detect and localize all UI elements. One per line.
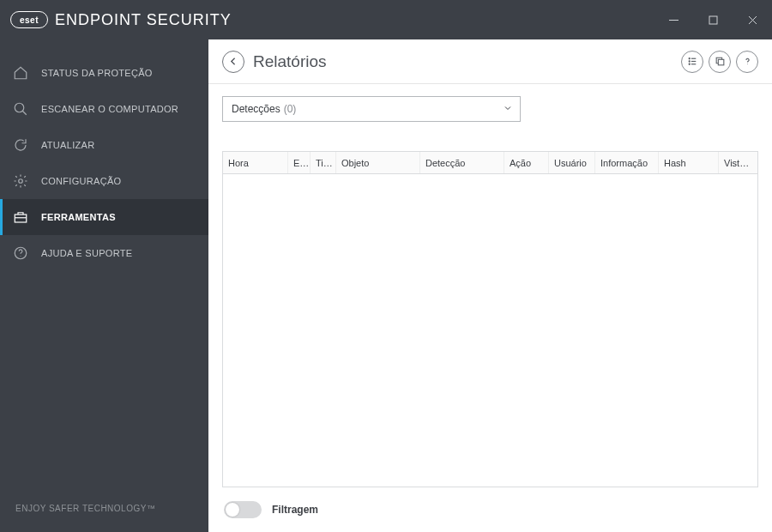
column-header[interactable]: Hora (223, 152, 288, 173)
help-button[interactable] (736, 51, 758, 73)
sidebar-item-label: ATUALIZAR (41, 140, 94, 150)
copy-button[interactable] (709, 51, 731, 73)
sidebar-item-label: STATUS DA PROTEÇÃO (41, 68, 153, 78)
log-table: HoraE…Ti…ObjetoDetecçãoAçãoUsuárioInform… (222, 151, 758, 487)
svg-line-5 (22, 111, 27, 115)
svg-rect-7 (15, 215, 27, 222)
search-icon (12, 100, 29, 118)
sidebar-item-scan[interactable]: ESCANEAR O COMPUTADOR (0, 91, 208, 127)
window-controls (654, 0, 772, 39)
sidebar-item-label: AJUDA E SUPORTE (41, 248, 132, 258)
back-button[interactable] (222, 51, 244, 73)
column-header[interactable]: Ti… (311, 152, 336, 173)
dropdown-count: (0) (284, 103, 297, 115)
sidebar-item-help[interactable]: AJUDA E SUPORTE (0, 235, 208, 271)
column-header[interactable]: Usuário (549, 152, 595, 173)
minimize-button[interactable] (654, 0, 693, 39)
column-header[interactable]: Hash (659, 152, 719, 173)
sidebar-item-config[interactable]: CONFIGURAÇÃO (0, 163, 208, 199)
column-header[interactable]: Vist… (719, 152, 757, 173)
content-body: Detecções (0) HoraE…Ti…ObjetoDetecçãoAçã… (208, 84, 772, 532)
page-title: Relatórios (253, 52, 327, 71)
dropdown-label: Detecções (232, 103, 280, 115)
sidebar-item-label: FERRAMENTAS (41, 212, 116, 222)
sidebar-item-status[interactable]: STATUS DA PROTEÇÃO (0, 55, 208, 91)
maximize-button[interactable] (693, 0, 733, 39)
svg-point-18 (747, 63, 748, 64)
table-body (223, 174, 757, 487)
column-header[interactable]: Detecção (420, 152, 504, 173)
brand-text: ENDPOINT SECURITY (55, 11, 232, 29)
sidebar-item-label: CONFIGURAÇÃO (41, 176, 121, 186)
titlebar: eset ENDPOINT SECURITY (0, 0, 772, 39)
svg-point-10 (21, 256, 21, 257)
gear-icon (12, 172, 29, 190)
content-header: Relatórios (208, 39, 772, 84)
column-header[interactable]: E… (288, 152, 311, 173)
filter-label: Filtragem (272, 504, 318, 516)
sidebar-item-tools[interactable]: FERRAMENTAS (0, 199, 208, 235)
refresh-icon (12, 136, 29, 154)
svg-point-6 (19, 179, 23, 184)
help-icon (12, 245, 29, 262)
svg-point-11 (689, 58, 690, 59)
content: Relatórios Detecções (0) (208, 39, 772, 532)
close-button[interactable] (733, 0, 772, 39)
chevron-down-icon (503, 103, 513, 116)
sidebar: STATUS DA PROTEÇÃO ESCANEAR O COMPUTADOR… (0, 39, 208, 532)
svg-rect-1 (709, 16, 717, 24)
sidebar-footer: ENJOY SAFER TECHNOLOGY™ (0, 485, 208, 532)
svg-rect-17 (718, 59, 724, 65)
list-view-button[interactable] (681, 51, 703, 73)
brand-badge: eset (10, 11, 48, 28)
svg-point-4 (15, 103, 24, 112)
column-header[interactable]: Objeto (336, 152, 420, 173)
filter-toggle[interactable] (224, 501, 262, 518)
svg-point-15 (689, 63, 690, 64)
filter-row: Filtragem (222, 487, 758, 532)
sidebar-item-update[interactable]: ATUALIZAR (0, 127, 208, 163)
svg-point-13 (689, 61, 690, 62)
nav: STATUS DA PROTEÇÃO ESCANEAR O COMPUTADOR… (0, 39, 208, 271)
brand: eset ENDPOINT SECURITY (10, 11, 232, 29)
toolbox-icon (12, 209, 29, 226)
header-actions (681, 51, 758, 73)
column-header[interactable]: Ação (504, 152, 549, 173)
column-header[interactable]: Informação (595, 152, 659, 173)
toggle-knob (226, 503, 239, 517)
table-header: HoraE…Ti…ObjetoDetecçãoAçãoUsuárioInform… (223, 152, 757, 174)
sidebar-item-label: ESCANEAR O COMPUTADOR (41, 104, 178, 114)
home-icon (12, 64, 29, 82)
report-type-dropdown[interactable]: Detecções (0) (222, 96, 521, 122)
